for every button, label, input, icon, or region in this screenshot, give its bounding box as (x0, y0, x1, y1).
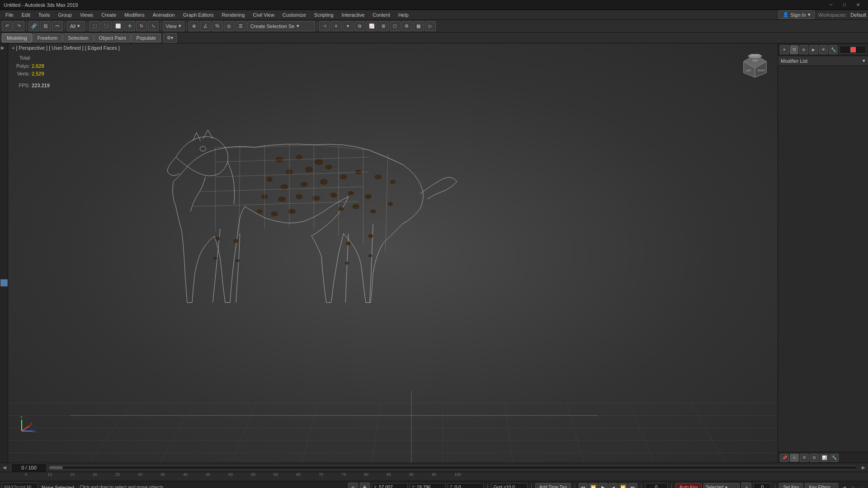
menu-group[interactable]: Group (54, 11, 75, 19)
play-reverse-button[interactable]: ▶ (609, 483, 618, 488)
modify-panel-btn[interactable]: ⚒ (790, 45, 799, 54)
menu-file[interactable]: File (2, 11, 17, 19)
minimize-button[interactable]: ─ (825, 1, 837, 9)
hierarchy-panel-btn[interactable]: ⊕ (799, 45, 808, 54)
viewport[interactable]: + [ Perspective ] [ User Defined ] [ Edg… (8, 43, 778, 463)
angle-snap-button[interactable]: ∠ (200, 21, 211, 31)
menu-edit[interactable]: Edit (18, 11, 34, 19)
select-rotate-button[interactable]: ↻ (136, 21, 147, 31)
scroll-track[interactable] (49, 466, 857, 469)
edit-named-selections-button[interactable]: ☰ (236, 21, 246, 31)
percent-snap-button[interactable]: % (212, 21, 223, 31)
modify-tab-list[interactable]: ≡ (790, 454, 799, 462)
modify-tab-config[interactable]: 🔧 (830, 454, 839, 462)
motion-panel-btn[interactable]: ▶ (809, 45, 818, 54)
tab-freeform[interactable]: Freeform (33, 33, 63, 42)
prev-frame-button[interactable]: ⏪ (589, 483, 598, 488)
snap-toggle-button[interactable]: ⊕ (189, 21, 199, 31)
track-view-button[interactable]: 📈 (366, 21, 377, 31)
y-coord-field[interactable]: Y: 19.796 (410, 483, 446, 488)
redo-button[interactable]: ↷ (14, 21, 24, 31)
mirror-button[interactable]: ⊣ (319, 21, 330, 31)
menu-interactive[interactable]: Interactive (338, 11, 368, 19)
select-region-button[interactable]: ⬛ (101, 21, 112, 31)
coord-display-toggle[interactable]: ⊕ (348, 483, 358, 488)
window-crossing-button[interactable]: ⬜ (113, 21, 123, 31)
close-button[interactable]: ✕ (852, 1, 864, 9)
align-button[interactable]: ≡ (331, 21, 342, 31)
selected-dropdown[interactable]: Selected ▾ (703, 483, 740, 488)
tab-selection[interactable]: Selection (63, 33, 93, 42)
menu-graph-editors[interactable]: Graph Editors (179, 11, 217, 19)
render-frame-button[interactable]: ▦ (413, 21, 424, 31)
frame-count-field[interactable]: 0 (753, 483, 771, 488)
select-scale-button[interactable]: ⤡ (148, 21, 159, 31)
tab-modeling[interactable]: Modeling (2, 33, 32, 42)
bind-space-warp-button[interactable]: 〜 (52, 21, 63, 31)
create-panel-btn[interactable]: ✦ (780, 45, 789, 54)
x-coord-field[interactable]: X: 57.007 (372, 483, 408, 488)
material-editor-button[interactable]: ⬡ (390, 21, 401, 31)
selection-filter-dropdown[interactable]: All ▾ (67, 21, 85, 31)
modify-tab-graph[interactable]: 📊 (820, 454, 829, 462)
undo-button[interactable]: ↶ (2, 21, 13, 31)
add-time-tag-button[interactable]: Add Time Tag (535, 483, 571, 488)
manage-layer-button[interactable]: ⧉ (354, 21, 365, 31)
render-button[interactable]: ▷ (425, 21, 436, 31)
select-link-button[interactable]: 🔗 (28, 21, 39, 31)
scroll-left-arrow[interactable]: ◀ (0, 463, 9, 472)
z-coord-field[interactable]: Z: 0.0 (448, 483, 484, 488)
menu-tools[interactable]: Tools (35, 11, 54, 19)
scroll-right-arrow[interactable]: ▶ (859, 463, 868, 472)
menu-scripting[interactable]: Scripting (311, 11, 337, 19)
menu-help[interactable]: Help (395, 11, 412, 19)
dope-sheet-icon[interactable]: ⋮ (858, 483, 866, 488)
menu-customize[interactable]: Customize (279, 11, 310, 19)
menu-content[interactable]: Content (369, 11, 394, 19)
align-dropdown[interactable]: ▾ (343, 21, 354, 31)
menu-civil-view[interactable]: Civil View (249, 11, 278, 19)
play-button[interactable]: ▶ (599, 483, 608, 488)
spinner-snap-button[interactable]: ◎ (224, 21, 235, 31)
key-mode-toggle[interactable]: + (741, 483, 751, 488)
menu-create[interactable]: Create (98, 11, 120, 19)
maximize-button[interactable]: □ (838, 1, 851, 9)
navigation-cube[interactable]: TOP LEFT FRONT (741, 52, 769, 80)
reference-coord-dropdown[interactable]: View ▾ (163, 21, 184, 31)
coord-lock-toggle[interactable]: 🔒 (360, 483, 370, 488)
display-panel-btn[interactable]: 👁 (819, 45, 828, 54)
sign-in-button[interactable]: 👤 Sign In ▾ (778, 10, 815, 19)
key-filters-button[interactable]: Key Filters... (805, 483, 838, 488)
modify-tab-params[interactable]: ⚙ (810, 454, 819, 462)
menu-animation[interactable]: Animation (149, 11, 179, 19)
menu-views[interactable]: Views (76, 11, 97, 19)
utilities-panel-btn[interactable]: 🔧 (829, 45, 838, 54)
menu-rendering[interactable]: Rendering (218, 11, 249, 19)
left-tool-play[interactable]: ▶ (1, 45, 7, 52)
viewport-header[interactable]: + [ Perspective ] [ User Defined ] [ Edg… (12, 45, 120, 51)
scroll-thumb[interactable] (49, 466, 63, 469)
auto-key-button[interactable]: Auto Key (675, 483, 702, 488)
modify-tab-stack[interactable]: ⧉ (800, 454, 809, 462)
go-to-end-button[interactable]: ⏭ (628, 483, 637, 488)
select-move-button[interactable]: ✛ (124, 21, 135, 31)
tab-populate[interactable]: Populate (131, 33, 160, 42)
next-frame-button[interactable]: ⏩ (618, 483, 627, 488)
menu-modifiers[interactable]: Modifiers (121, 11, 148, 19)
curve-editor-icon[interactable]: ▷ (849, 483, 857, 488)
select-object-button[interactable]: ⬚ (89, 21, 100, 31)
frame-display[interactable]: 0 / 100 (11, 463, 47, 472)
create-selection-set-button[interactable]: Create Selection Se ▾ (247, 21, 315, 31)
polygon-modeling-options[interactable]: ⚙▾ (163, 33, 177, 43)
tab-object-paint[interactable]: Object Paint (94, 33, 131, 42)
go-to-start-button[interactable]: ⏮ (579, 483, 588, 488)
anim-mode-icon[interactable]: ◀ (840, 483, 848, 488)
modifier-list-header[interactable]: Modifier List ▾ (778, 56, 868, 66)
unlink-button[interactable]: ⛓ (40, 21, 51, 31)
color-picker-btn[interactable] (840, 46, 866, 54)
color-swatch[interactable] (0, 279, 8, 286)
set-key-button[interactable]: Set Key (779, 483, 803, 488)
modify-tab-pin[interactable]: 📌 (780, 454, 789, 462)
render-setup-button[interactable]: ⚙ (401, 21, 412, 31)
schematic-view-button[interactable]: ⊞ (378, 21, 389, 31)
